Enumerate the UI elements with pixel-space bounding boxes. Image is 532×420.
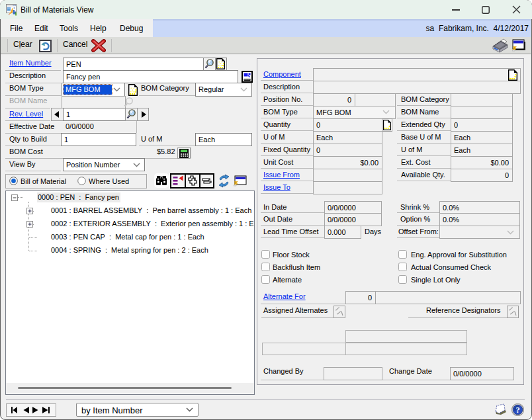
- svg-text:?: ?: [515, 405, 519, 415]
